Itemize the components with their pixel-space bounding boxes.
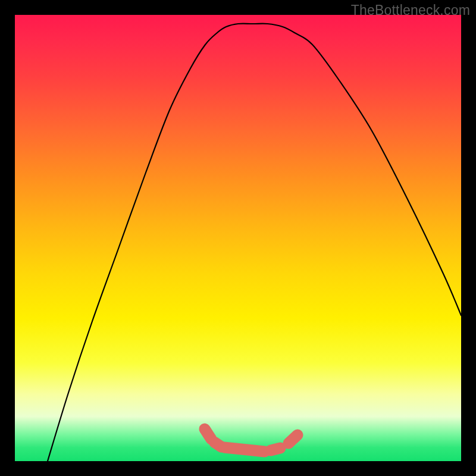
bottleneck-curve <box>48 24 461 461</box>
sweet-spot-band <box>205 429 298 452</box>
band-segment <box>224 447 265 452</box>
band-segment <box>271 448 280 450</box>
band-segment <box>205 429 211 439</box>
curve-svg <box>15 15 461 461</box>
plot-area <box>15 15 461 461</box>
chart-frame: TheBottleneck.com <box>0 0 476 476</box>
band-segment <box>289 435 298 443</box>
